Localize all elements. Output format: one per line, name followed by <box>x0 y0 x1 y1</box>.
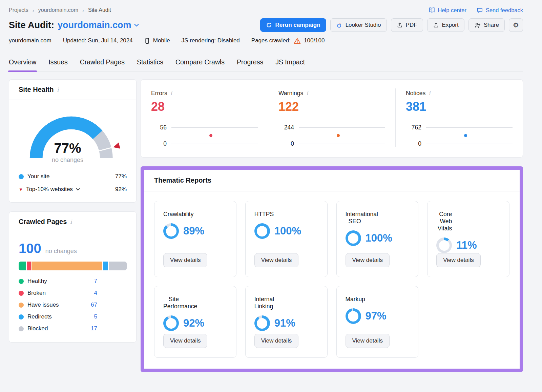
share-button[interactable]: Share <box>468 18 505 32</box>
errors-value[interactable]: 28 <box>151 100 258 114</box>
pdf-label: PDF <box>406 22 417 28</box>
send-feedback-link[interactable]: Send feedback <box>477 7 523 14</box>
international-seo-view-details-button[interactable]: View details <box>346 253 390 267</box>
rerun-campaign-label: Rerun campaign <box>275 22 320 28</box>
title-row: Site Audit: yourdomain.com Rerun c <box>9 18 523 32</box>
site-performance-view-details-button[interactable]: View details <box>163 334 207 348</box>
help-center-link[interactable]: Help center <box>429 7 466 14</box>
have-issues-count-link[interactable]: 67 <box>91 302 97 308</box>
site-health-body: 77% no changes Your site 77% ▼ <box>9 100 136 202</box>
your-site-label: Your site <box>27 173 50 180</box>
your-site-dot-icon <box>19 174 24 179</box>
toolbar: Rerun campaign Looker Studio <box>260 18 523 32</box>
trend-line <box>171 144 258 144</box>
trend-line <box>171 127 258 128</box>
meta-row: yourdomain.com Updated: Sun, Jul 14, 202… <box>9 37 523 44</box>
errors-trend-chart: 56 0 <box>151 124 258 147</box>
https-score: 100% <box>254 223 301 239</box>
blocked-count-link[interactable]: 17 <box>91 325 97 332</box>
top10-websites-label: Top-10% websites <box>26 186 73 193</box>
notices-data-point <box>464 134 467 137</box>
axis-min-label: 0 <box>151 140 167 147</box>
help-center-label: Help center <box>438 7 466 14</box>
tab-js-impact[interactable]: JS Impact <box>275 58 305 71</box>
tab-overview[interactable]: Overview <box>9 58 36 71</box>
blocked-dot-icon <box>19 326 24 331</box>
internal-linking-donut-icon <box>254 315 270 331</box>
internal-linking-view-details-button[interactable]: View details <box>254 334 298 348</box>
trend-line <box>299 144 385 144</box>
page-title: Site Audit: yourdomain.com <box>9 20 139 30</box>
https-label: HTTPS <box>254 211 270 218</box>
pdf-button[interactable]: PDF <box>391 18 423 32</box>
crawlability-label: Crawlability <box>163 211 179 218</box>
broken-dot-icon <box>19 291 24 296</box>
info-icon[interactable]: i <box>429 90 430 97</box>
tab-compare-crawls[interactable]: Compare Crawls <box>175 58 225 71</box>
internal-linking-percent: 91% <box>274 317 295 329</box>
axis-max-label: 762 <box>406 124 421 131</box>
markup-view-details-button[interactable]: View details <box>346 334 390 348</box>
info-icon[interactable]: i <box>57 86 59 93</box>
crawlability-view-details-button[interactable]: View details <box>163 253 207 267</box>
right-column: Errors i 28 56 0 Warnings i 122 <box>141 79 523 372</box>
warnings-value[interactable]: 122 <box>278 100 385 114</box>
breadcrumb: Projects › yourdomain.com › Site Audit <box>9 7 111 13</box>
breadcrumb-domain[interactable]: yourdomain.com <box>38 7 78 13</box>
healthy-count-link[interactable]: 7 <box>94 278 97 285</box>
https-donut-icon <box>254 223 270 239</box>
international-seo-label: International SEO <box>346 211 361 225</box>
redirects-dot-icon <box>19 314 24 319</box>
meta-pages-crawled-value: 100/100 <box>304 37 325 44</box>
page-title-prefix: Site Audit: <box>9 20 54 30</box>
bar-segment-redirects <box>103 262 108 270</box>
notices-label: Notices <box>406 90 425 97</box>
legend-row-your-site: Your site 77% <box>19 173 127 180</box>
legend-row-top10: ▼ Top-10% websites 92% <box>19 186 127 193</box>
core-web-vitals-donut-icon <box>436 238 452 253</box>
info-icon[interactable]: i <box>170 90 172 97</box>
trend-line <box>426 127 513 128</box>
quick-links: Help center Send feedback <box>429 7 523 14</box>
mobile-phone-icon <box>144 38 150 44</box>
core-web-vitals-view-details-button[interactable]: View details <box>436 253 480 267</box>
thematic-card-core-web-vitals: Core Web Vitals 11% View details <box>427 201 509 277</box>
blocked-label: Blocked <box>27 325 48 332</box>
chevron-down-icon <box>76 188 80 191</box>
redirects-count-link[interactable]: 5 <box>94 313 97 320</box>
issues-stats-card: Errors i 28 56 0 Warnings i 122 <box>141 79 523 158</box>
meta-pages-crawled: Pages crawled: 100/100 <box>251 37 325 44</box>
gear-icon: ⚙ <box>513 22 519 28</box>
breadcrumb-projects[interactable]: Projects <box>9 7 28 13</box>
internal-linking-label: Internal Linking <box>254 296 270 310</box>
tab-statistics[interactable]: Statistics <box>137 58 163 71</box>
site-performance-score: 92% <box>163 315 204 331</box>
benchmark-triangle-icon: ▼ <box>19 187 23 192</box>
topbar: Projects › yourdomain.com › Site Audit H… <box>9 7 523 14</box>
tab-crawled-pages[interactable]: Crawled Pages <box>80 58 125 71</box>
settings-gear-button[interactable]: ⚙ <box>509 18 523 32</box>
share-person-icon <box>474 22 481 28</box>
notices-trend-chart: 762 0 <box>406 124 513 147</box>
errors-data-point <box>209 134 212 137</box>
info-icon[interactable]: i <box>306 90 308 97</box>
https-view-details-button[interactable]: View details <box>254 253 298 267</box>
thematic-card-international-seo: International SEO 100% View details <box>336 201 419 277</box>
broken-count-link[interactable]: 4 <box>94 290 97 296</box>
legend-row-healthy: Healthy 7 <box>19 278 97 285</box>
tab-progress[interactable]: Progress <box>237 58 263 71</box>
domain-selector[interactable]: yourdomain.com <box>58 20 139 30</box>
info-icon[interactable]: i <box>70 219 72 225</box>
tab-issues[interactable]: Issues <box>48 58 67 71</box>
bar-segment-healthy <box>19 262 26 270</box>
thematic-card-https: HTTPS 100% View details <box>245 201 328 277</box>
looker-studio-icon <box>336 22 342 28</box>
notices-value[interactable]: 381 <box>406 100 513 114</box>
tab-bar: Overview Issues Crawled Pages Statistics… <box>9 58 523 72</box>
export-button[interactable]: Export <box>427 18 464 32</box>
rerun-campaign-button[interactable]: Rerun campaign <box>260 18 326 32</box>
errors-label-row: Errors i <box>151 90 258 97</box>
top10-websites-toggle[interactable]: Top-10% websites <box>26 186 80 193</box>
markup-label: Markup <box>346 296 361 303</box>
looker-studio-button[interactable]: Looker Studio <box>330 18 387 32</box>
